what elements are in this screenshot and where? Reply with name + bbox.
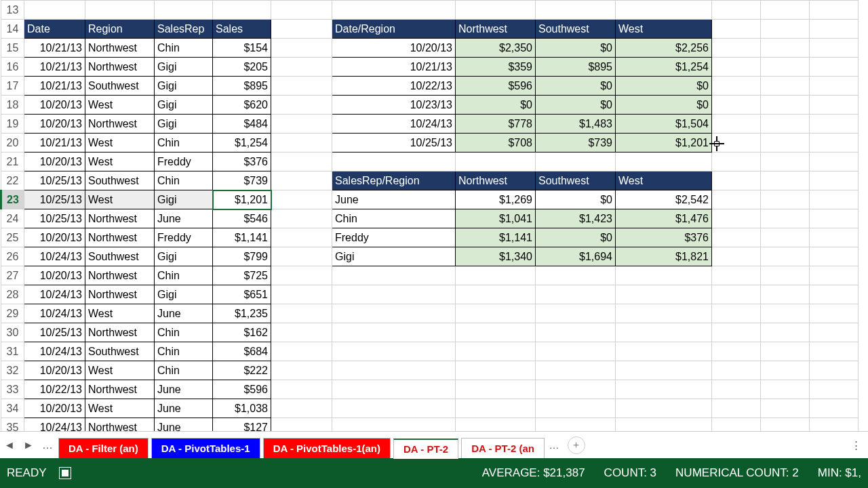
cell[interactable] [810,152,859,171]
cell[interactable] [616,399,712,418]
cell[interactable] [712,323,761,342]
cell[interactable] [616,152,712,171]
cell[interactable] [712,266,761,285]
cell[interactable] [761,380,810,399]
cell[interactable]: Northwest [85,209,155,228]
cell[interactable]: June [155,399,213,418]
cell[interactable] [761,247,810,266]
cell[interactable]: SalesRep [155,20,213,39]
cell[interactable]: $546 [213,209,271,228]
cell[interactable]: 10/21/13 [24,39,85,58]
cell[interactable]: 10/21/13 [24,77,85,96]
cell[interactable]: $1,141 [213,228,271,247]
cell[interactable] [712,134,761,152]
cell[interactable]: $2,542 [616,190,712,209]
cell[interactable] [536,152,616,171]
cell[interactable] [712,380,761,399]
cell[interactable] [536,285,616,304]
cell[interactable]: Chin [155,342,213,361]
cell[interactable]: West [85,361,155,380]
cell[interactable]: $162 [213,323,271,342]
cell[interactable]: Chin [155,323,213,342]
cell[interactable]: 10/20/13 [24,266,85,285]
cell[interactable] [810,115,859,134]
cell[interactable]: $708 [456,134,536,152]
cell[interactable]: 10/20/13 [24,399,85,418]
cell[interactable]: Southwest [536,171,616,190]
cell[interactable]: $1,254 [616,58,712,77]
cell[interactable]: West [85,152,155,171]
cell[interactable] [810,20,859,39]
cell[interactable] [456,380,536,399]
cell[interactable] [271,399,332,418]
cell[interactable]: 10/23/13 [332,96,456,115]
cell[interactable]: Gigi [155,190,213,209]
row-header[interactable]: 13 [1,1,24,20]
cell[interactable]: Gigi [155,285,213,304]
worksheet-grid[interactable]: 1314DateRegionSalesRepSalesDate/RegionNo… [0,0,868,431]
cell[interactable] [810,323,859,342]
cell[interactable]: Chin [155,171,213,190]
row-header[interactable]: 34 [1,399,24,418]
cell[interactable]: Gigi [155,247,213,266]
cell[interactable] [271,247,332,266]
cell[interactable]: Freddy [332,228,456,247]
cell[interactable] [712,418,761,432]
cell[interactable] [761,418,810,432]
vert-dots-icon[interactable]: ⋮ [848,439,864,451]
cell[interactable] [536,1,616,20]
cell[interactable]: Southwest [85,77,155,96]
cell[interactable] [616,380,712,399]
cell[interactable] [810,342,859,361]
cell[interactable]: $1,340 [456,247,536,266]
cell[interactable] [761,134,810,152]
cell[interactable] [332,285,456,304]
cell[interactable]: $1,235 [213,304,271,323]
cell[interactable]: $1,038 [213,399,271,418]
cell[interactable]: $0 [536,96,616,115]
cell[interactable] [761,115,810,134]
cell[interactable]: SalesRep/Region [332,171,456,190]
cell[interactable] [761,304,810,323]
macro-record-icon[interactable] [59,467,71,479]
cell[interactable]: Northwest [85,115,155,134]
cell[interactable]: Northwest [85,380,155,399]
cell[interactable]: $1,423 [536,209,616,228]
cell[interactable]: 10/25/13 [332,134,456,152]
cell[interactable]: $0 [456,96,536,115]
cell[interactable] [712,152,761,171]
cell[interactable]: Chin [332,209,456,228]
cell[interactable] [712,39,761,58]
cell[interactable]: $0 [536,77,616,96]
cell[interactable] [332,418,456,432]
row-header[interactable]: 14 [1,20,24,39]
row-header[interactable]: 35 [1,418,24,432]
cell[interactable] [810,39,859,58]
cell[interactable] [761,58,810,77]
cell[interactable] [456,1,536,20]
cell[interactable] [712,304,761,323]
cell[interactable] [271,285,332,304]
cell[interactable] [712,190,761,209]
cell[interactable] [536,399,616,418]
cell[interactable] [810,1,859,20]
cell[interactable]: Northwest [85,285,155,304]
cell[interactable]: $2,350 [456,39,536,58]
cell[interactable]: Southwest [85,247,155,266]
cell[interactable]: $895 [213,77,271,96]
cell[interactable]: $1,201 [616,134,712,152]
cell[interactable] [761,285,810,304]
cell[interactable]: $205 [213,58,271,77]
cell[interactable] [456,361,536,380]
cell[interactable]: 10/21/13 [332,58,456,77]
cell[interactable] [761,39,810,58]
cell[interactable]: 10/20/13 [332,39,456,58]
cell[interactable] [456,285,536,304]
sheet-tab[interactable]: DA - Filter (an) [58,438,149,458]
cell[interactable]: Northwest [85,58,155,77]
cell[interactable] [616,266,712,285]
cell[interactable] [332,304,456,323]
sheet-tab[interactable]: DA - PT-2 [393,439,458,459]
cell[interactable] [271,1,332,20]
row-header[interactable]: 28 [1,285,24,304]
